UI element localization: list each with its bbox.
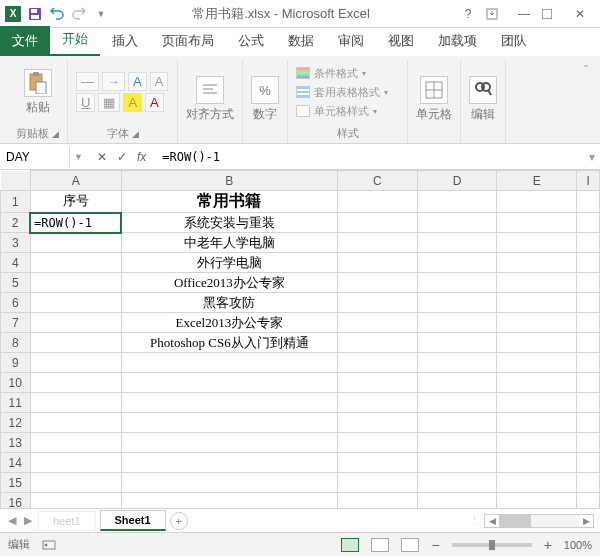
row-header[interactable]: 13 [1, 433, 31, 453]
row-header[interactable]: 3 [1, 233, 31, 253]
cell[interactable] [577, 333, 600, 353]
tab-pagelayout[interactable]: 页面布局 [150, 26, 226, 56]
cell[interactable] [497, 373, 577, 393]
cell[interactable] [30, 293, 121, 313]
cell[interactable] [338, 493, 418, 509]
row-header[interactable]: 8 [1, 333, 31, 353]
cell[interactable] [338, 253, 418, 273]
cell[interactable] [577, 273, 600, 293]
cell[interactable]: 常用书籍 [121, 191, 337, 213]
cell[interactable] [497, 233, 577, 253]
cell[interactable] [121, 393, 337, 413]
active-cell[interactable]: =ROW()-1 [30, 213, 121, 233]
cell[interactable] [497, 433, 577, 453]
name-box[interactable]: DAY [0, 147, 70, 167]
cell[interactable] [121, 433, 337, 453]
cell[interactable] [338, 413, 418, 433]
cell[interactable] [338, 273, 418, 293]
cell[interactable] [417, 313, 497, 333]
cell[interactable] [30, 273, 121, 293]
cell[interactable] [338, 191, 418, 213]
cell[interactable] [338, 333, 418, 353]
cell[interactable] [497, 473, 577, 493]
undo-icon[interactable] [48, 5, 66, 23]
name-box-dropdown-icon[interactable]: ▼ [70, 152, 87, 162]
app-icon[interactable]: X [4, 5, 22, 23]
cell[interactable] [30, 393, 121, 413]
font-btn-row1[interactable]: —→AA [76, 72, 169, 91]
number-button[interactable]: % 数字 [251, 76, 279, 123]
row-header[interactable]: 16 [1, 493, 31, 509]
cell[interactable] [497, 313, 577, 333]
close-icon[interactable]: ✕ [570, 7, 590, 21]
cell[interactable] [338, 233, 418, 253]
cell[interactable] [30, 453, 121, 473]
font-btn-row2[interactable]: U▦AA [76, 93, 169, 112]
row-header[interactable]: 14 [1, 453, 31, 473]
cell[interactable] [30, 253, 121, 273]
col-header[interactable]: I [577, 171, 600, 191]
row-header[interactable]: 15 [1, 473, 31, 493]
cell[interactable] [577, 293, 600, 313]
row-header[interactable]: 1 [1, 191, 31, 213]
cell[interactable] [30, 333, 121, 353]
zoom-in-icon[interactable]: + [544, 537, 552, 553]
qat-dropdown-icon[interactable]: ▼ [92, 5, 110, 23]
conditional-format-button[interactable]: 条件格式▾ [296, 65, 366, 82]
cell[interactable] [338, 313, 418, 333]
add-sheet-button[interactable]: + [170, 512, 188, 530]
cell[interactable] [417, 413, 497, 433]
table-format-button[interactable]: 套用表格格式▾ [296, 84, 388, 101]
view-normal-icon[interactable] [341, 538, 359, 552]
macro-record-icon[interactable] [42, 538, 56, 552]
horizontal-scrollbar[interactable]: ◀ ▶ [484, 514, 594, 528]
tab-insert[interactable]: 插入 [100, 26, 150, 56]
save-icon[interactable] [26, 5, 44, 23]
cell-style-button[interactable]: 单元格样式▾ [296, 103, 377, 120]
tab-review[interactable]: 审阅 [326, 26, 376, 56]
cell[interactable]: 外行学电脑 [121, 253, 337, 273]
cell[interactable] [121, 373, 337, 393]
row-header[interactable]: 2 [1, 213, 31, 233]
redo-icon[interactable] [70, 5, 88, 23]
cell[interactable] [497, 191, 577, 213]
cell[interactable] [30, 433, 121, 453]
cell[interactable] [577, 413, 600, 433]
cell[interactable] [417, 333, 497, 353]
tab-file[interactable]: 文件 [0, 26, 50, 56]
align-button[interactable]: 对齐方式 [186, 76, 234, 123]
cell[interactable] [577, 191, 600, 213]
col-header[interactable]: A [30, 171, 121, 191]
cell[interactable] [121, 413, 337, 433]
cell[interactable] [338, 353, 418, 373]
cell[interactable] [417, 191, 497, 213]
sheet-tab-faded[interactable]: heet1 [38, 511, 96, 531]
scroll-thumb[interactable] [499, 515, 531, 527]
row-header[interactable]: 10 [1, 373, 31, 393]
select-all-corner[interactable] [1, 171, 31, 191]
tab-home[interactable]: 开始 [50, 24, 100, 56]
cell[interactable]: Photoshop CS6从入门到精通 [121, 333, 337, 353]
cell[interactable] [497, 333, 577, 353]
cell[interactable] [417, 373, 497, 393]
col-header[interactable]: C [338, 171, 418, 191]
cell[interactable] [417, 393, 497, 413]
zoom-out-icon[interactable]: − [431, 537, 439, 553]
cell[interactable] [577, 213, 600, 233]
cell[interactable]: 序号 [30, 191, 121, 213]
cell[interactable]: 系统安装与重装 [121, 213, 337, 233]
col-header[interactable]: D [417, 171, 497, 191]
sheet-nav-next-icon[interactable]: ▶ [22, 514, 34, 527]
view-pagebreak-icon[interactable] [401, 538, 419, 552]
row-header[interactable]: 5 [1, 273, 31, 293]
tab-data[interactable]: 数据 [276, 26, 326, 56]
row-header[interactable]: 12 [1, 413, 31, 433]
cell[interactable] [30, 493, 121, 509]
cell[interactable] [497, 293, 577, 313]
cell[interactable] [497, 393, 577, 413]
row-header[interactable]: 6 [1, 293, 31, 313]
cell[interactable] [417, 353, 497, 373]
row-header[interactable]: 11 [1, 393, 31, 413]
tab-addins[interactable]: 加载项 [426, 26, 489, 56]
fx-icon[interactable]: fx [137, 150, 146, 164]
